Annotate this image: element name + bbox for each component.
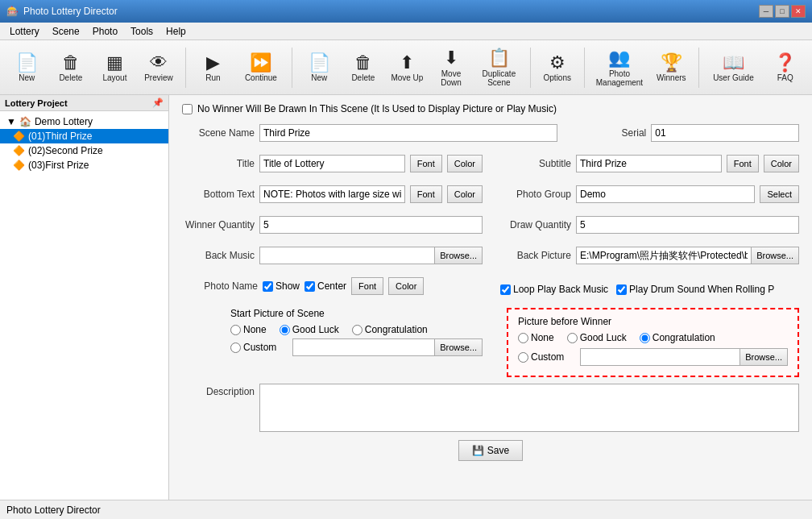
bottom-text-font-button[interactable]: Font (410, 185, 442, 203)
back-picture-browse-button[interactable]: Browse... (751, 247, 799, 264)
description-textarea[interactable] (259, 384, 799, 432)
faq-label: FAQ (777, 73, 793, 82)
start-custom-browse-button[interactable]: Browse... (434, 338, 483, 356)
app-icon: 🎰 (6, 6, 19, 17)
scene-name-input[interactable] (259, 124, 557, 142)
tree-icon-prize3: 🔶 (13, 131, 25, 142)
scene-delete-button[interactable]: 🗑 Delete (343, 44, 384, 91)
duplicate-scene-icon: 📋 (488, 48, 510, 69)
pbw-goodluck-label: Good Luck (580, 332, 627, 343)
back-picture-label: Back Picture (499, 250, 571, 261)
winners-button[interactable]: 🏆 Winners (651, 44, 692, 91)
back-music-row: Back Music Browse... (182, 247, 483, 264)
photo-group-select-button[interactable]: Select (760, 185, 799, 203)
start-goodluck-option[interactable]: Good Luck (280, 324, 339, 335)
run-icon: ▶ (206, 52, 220, 73)
start-none-radio[interactable] (230, 325, 241, 335)
tree-item-prize1[interactable]: 🔶 (03)First Prize (0, 158, 168, 172)
minimize-button[interactable]: ─ (759, 5, 773, 18)
status-bar: Photo Lottery Director (0, 500, 812, 519)
pbw-custom-input[interactable] (580, 348, 740, 366)
start-goodluck-radio[interactable] (280, 325, 290, 335)
pbw-none-radio[interactable] (518, 333, 528, 343)
user-guide-button[interactable]: 📖 User Guide (705, 44, 761, 91)
scene-new-button[interactable]: 📄 New (299, 44, 340, 91)
subtitle-input[interactable] (576, 155, 722, 172)
photo-management-button[interactable]: 👥 Photo Management (591, 44, 648, 91)
pbw-custom-option[interactable]: Custom (518, 351, 564, 363)
draw-qty-input[interactable] (576, 216, 799, 234)
menu-photo[interactable]: Photo (86, 24, 124, 39)
bottom-text-input[interactable] (259, 185, 405, 203)
start-custom-option[interactable]: Custom (230, 342, 276, 353)
pbw-goodluck-radio[interactable] (567, 333, 578, 343)
tree-item-prize3[interactable]: 🔶 (01)Third Prize (0, 129, 168, 143)
pbw-none-option[interactable]: None (518, 332, 554, 343)
menu-scene[interactable]: Scene (46, 24, 86, 39)
tree-label-prize1: (03)First Prize (28, 160, 89, 171)
toolbar-sep-4 (584, 48, 585, 88)
tree-icon-prize2: 🔶 (13, 145, 25, 156)
title-color-button[interactable]: Color (447, 155, 483, 172)
start-none-option[interactable]: None (230, 324, 267, 335)
run-button[interactable]: ▶ Run (193, 44, 234, 91)
save-button[interactable]: 💾 Save (458, 440, 523, 461)
start-congrat-radio[interactable] (352, 325, 362, 335)
back-music-browse-button[interactable]: Browse... (434, 247, 483, 264)
photo-name-color-button[interactable]: Color (388, 277, 424, 295)
tree-item-prize2[interactable]: 🔶 (02)Second Prize (0, 143, 168, 158)
pbw-custom-radio[interactable] (518, 352, 528, 363)
layout-label: Layout (102, 73, 126, 82)
subtitle-font-button[interactable]: Font (727, 155, 759, 172)
delete-button[interactable]: 🗑 Delete (51, 44, 92, 91)
scene-delete-label: Delete (351, 73, 375, 82)
faq-button[interactable]: ❓ FAQ (764, 44, 806, 91)
menu-tools[interactable]: Tools (124, 24, 160, 39)
menu-lottery[interactable]: Lottery (3, 24, 46, 39)
winner-qty-input[interactable] (259, 216, 483, 234)
center-checkbox[interactable] (304, 281, 315, 292)
duplicate-scene-button[interactable]: 📋 Duplicate Scene (474, 44, 523, 91)
preview-button[interactable]: 👁 Preview (139, 44, 180, 91)
maximize-button[interactable]: □ (775, 5, 789, 18)
new-button[interactable]: 📄 New (6, 44, 48, 91)
sidebar: Lottery Project 📌 ▼ 🏠 Demo Lottery 🔶 (01… (0, 95, 169, 500)
tree-root[interactable]: ▼ 🏠 Demo Lottery (0, 114, 168, 129)
title-bar: 🎰 Photo Lottery Director ─ □ ✕ (0, 0, 812, 23)
start-congrat-option[interactable]: Congratulation (352, 324, 428, 335)
title-font-button[interactable]: Font (410, 155, 442, 172)
photo-group-input[interactable] (576, 185, 755, 203)
layout-button[interactable]: ▦ Layout (94, 44, 135, 91)
start-custom-input[interactable] (292, 338, 434, 356)
move-up-button[interactable]: ⬆ Move Up (387, 44, 428, 91)
photo-name-row: Photo Name Show Center Font Color (182, 277, 484, 295)
back-picture-input[interactable] (576, 247, 751, 264)
title-input[interactable] (259, 155, 405, 172)
no-winner-label: No Winner Will Be Drawn In This Scene (I… (197, 103, 557, 114)
loop-play-text: Loop Play Back Music (513, 284, 608, 295)
pbw-congrat-option[interactable]: Congratulation (640, 332, 715, 343)
pbw-congrat-radio[interactable] (640, 333, 650, 343)
subtitle-color-button[interactable]: Color (764, 155, 799, 172)
serial-input[interactable] (651, 124, 799, 142)
move-down-button[interactable]: ⬇ Move Down (431, 44, 472, 91)
menu-help[interactable]: Help (160, 24, 193, 39)
play-drum-checkbox[interactable] (616, 284, 627, 295)
pbw-goodluck-option[interactable]: Good Luck (567, 332, 627, 343)
close-button[interactable]: ✕ (791, 5, 806, 18)
continue-button[interactable]: ⏩ Continue (237, 44, 285, 91)
bottom-text-row: Bottom Text Font Color (182, 185, 483, 203)
start-custom-radio[interactable] (230, 343, 241, 353)
title-bar-controls[interactable]: ─ □ ✕ (759, 5, 806, 18)
title-bar-left: 🎰 Photo Lottery Director (6, 6, 118, 17)
options-button[interactable]: ⚙ Options (536, 44, 578, 91)
back-music-input[interactable] (259, 247, 434, 264)
photo-name-font-button[interactable]: Font (351, 277, 383, 295)
no-winner-checkbox[interactable] (182, 104, 193, 114)
pbw-custom-browse-button[interactable]: Browse... (740, 348, 788, 366)
bottom-text-color-button[interactable]: Color (447, 185, 483, 203)
preview-icon: 👁 (150, 52, 168, 73)
subtitle-label: Subtitle (499, 158, 571, 169)
loop-play-checkbox[interactable] (500, 284, 511, 295)
show-checkbox[interactable] (263, 281, 273, 292)
